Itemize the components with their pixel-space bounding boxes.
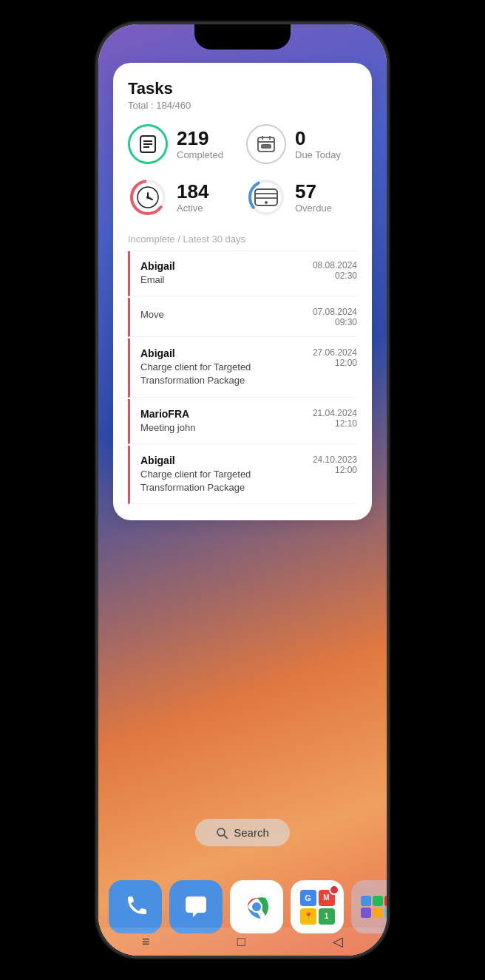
task-list: Abigail Email 08.08.2024 02:30 Move 07.0… xyxy=(128,251,357,504)
task-time: 09:30 xyxy=(313,317,357,327)
task-time: 02:30 xyxy=(313,270,357,281)
task-right: 27.06.2024 12:00 xyxy=(313,347,357,368)
task-left: Abigail Charge client for Targeted Trans… xyxy=(140,455,288,494)
nav-bar: ≡ □ ◁ xyxy=(98,928,387,956)
task-item[interactable]: Abigail Charge client for Targeted Trans… xyxy=(128,446,357,504)
svg-point-26 xyxy=(252,902,261,911)
app-phone-icon[interactable] xyxy=(109,880,162,933)
task-right: 21.04.2024 12:10 xyxy=(313,408,357,429)
section-label: Incomplete / Latest 30 days xyxy=(128,234,357,245)
app-messages-icon[interactable] xyxy=(169,880,223,933)
stat-completed: 219 Completed xyxy=(128,124,239,164)
task-person: Abigail xyxy=(140,347,288,359)
task-left: Move xyxy=(140,307,164,321)
svg-rect-8 xyxy=(261,144,271,149)
task-person: Abigail xyxy=(140,260,175,272)
task-left: MarioFRA Meeting john xyxy=(140,408,195,435)
task-date: 21.04.2024 xyxy=(313,408,357,418)
task-time: 12:10 xyxy=(313,418,357,429)
app-folder-icon[interactable] xyxy=(351,880,387,933)
completed-label: Completed xyxy=(177,149,223,160)
nav-menu-icon[interactable]: ≡ xyxy=(142,934,150,950)
app-title: Tasks xyxy=(128,79,357,98)
messages-icon xyxy=(183,894,209,920)
task-time: 12:00 xyxy=(313,358,357,368)
task-person: Abigail xyxy=(140,455,288,466)
overdue-number: 57 xyxy=(295,182,332,201)
overdue-label: Overdue xyxy=(295,203,332,214)
chrome-icon xyxy=(240,891,273,923)
search-bar[interactable]: Search xyxy=(195,819,290,846)
task-left: Abigail Charge client for Targeted Trans… xyxy=(140,347,288,387)
svg-line-22 xyxy=(224,835,227,838)
phone-shell: Tasks Total : 184/460 219 Completed xyxy=(98,24,387,956)
active-icon-wrap xyxy=(128,177,168,217)
notch xyxy=(194,24,291,50)
task-item[interactable]: Move 07.08.2024 09:30 xyxy=(128,298,357,337)
completed-icon-wrap xyxy=(128,124,168,164)
task-desc: Meeting john xyxy=(140,421,195,435)
due-today-icon-wrap xyxy=(246,124,286,164)
task-desc: Charge client for Targeted Transformatio… xyxy=(140,361,288,387)
search-bar-wrap: Search xyxy=(98,819,387,846)
completed-text: 219 Completed xyxy=(177,129,223,160)
phone-icon xyxy=(122,894,149,920)
checklist-icon xyxy=(137,133,159,155)
search-label: Search xyxy=(234,826,269,839)
stats-grid: 219 Completed 0 Due Today xyxy=(128,124,357,217)
calendar-icon xyxy=(255,133,277,155)
task-time: 12:00 xyxy=(313,465,357,475)
svg-point-14 xyxy=(146,196,149,199)
svg-point-20 xyxy=(265,201,268,204)
task-person: MarioFRA xyxy=(140,408,195,420)
task-date: 07.08.2024 xyxy=(313,307,357,317)
active-text: 184 Active xyxy=(177,182,208,214)
alert-overdue-icon xyxy=(246,177,286,217)
due-today-text: 0 Due Today xyxy=(295,129,341,160)
completed-number: 219 xyxy=(177,129,223,148)
active-label: Active xyxy=(177,203,208,214)
task-left: Abigail Email xyxy=(140,260,175,287)
task-item[interactable]: Abigail Email 08.08.2024 02:30 xyxy=(128,251,357,296)
due-today-number: 0 xyxy=(295,129,341,148)
notification-dot xyxy=(329,885,339,895)
app-google-icon[interactable]: G M 📍 1 xyxy=(291,880,344,933)
stat-due-today: 0 Due Today xyxy=(246,124,357,164)
task-item[interactable]: MarioFRA Meeting john 21.04.2024 12:10 xyxy=(128,399,357,444)
nav-home-icon[interactable]: □ xyxy=(237,934,245,950)
active-number: 184 xyxy=(177,182,208,201)
app-dock: G M 📍 1 xyxy=(109,880,376,933)
task-desc: Charge client for Targeted Transformatio… xyxy=(140,468,288,494)
nav-back-icon[interactable]: ◁ xyxy=(333,933,343,950)
due-today-label: Due Today xyxy=(295,149,341,160)
task-right: 07.08.2024 09:30 xyxy=(313,307,357,327)
overdue-icon-wrap xyxy=(246,177,286,217)
task-date: 27.06.2024 xyxy=(313,347,357,358)
task-date: 24.10.2023 xyxy=(313,455,357,465)
task-desc: Move xyxy=(140,308,164,321)
task-item[interactable]: Abigail Charge client for Targeted Trans… xyxy=(128,338,357,397)
widget-card: Tasks Total : 184/460 219 Completed xyxy=(113,63,372,520)
task-right: 08.08.2024 02:30 xyxy=(313,260,357,281)
overdue-text: 57 Overdue xyxy=(295,182,332,214)
task-date: 08.08.2024 xyxy=(313,260,357,270)
stat-active: 184 Active xyxy=(128,177,239,217)
app-chrome-icon[interactable] xyxy=(230,880,283,933)
task-desc: Email xyxy=(140,273,175,287)
search-icon xyxy=(216,827,228,839)
clock-active-icon xyxy=(128,177,168,217)
app-subtitle: Total : 184/460 xyxy=(128,100,357,111)
stat-overdue: 57 Overdue xyxy=(246,177,357,217)
task-right: 24.10.2023 12:00 xyxy=(313,455,357,475)
